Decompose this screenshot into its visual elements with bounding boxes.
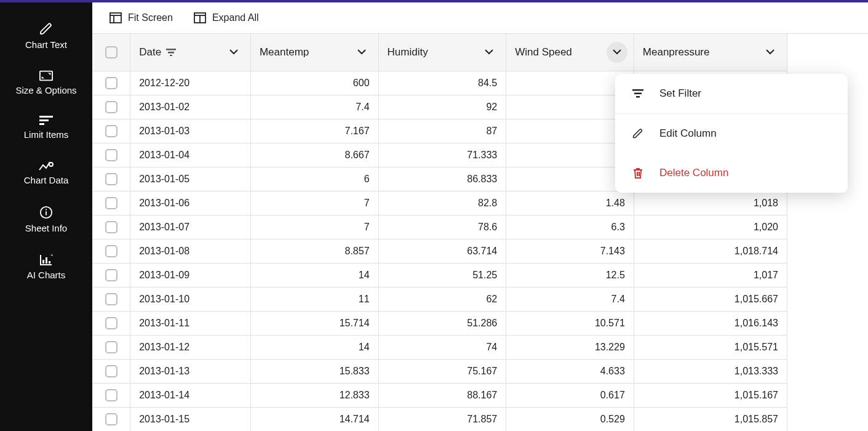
cell-humidity[interactable]: 87 (378, 119, 506, 143)
row-checkbox[interactable] (105, 245, 117, 257)
row-checkbox[interactable] (105, 365, 117, 377)
cell-meantemp[interactable]: 7.167 (250, 119, 378, 143)
delete-column-item[interactable]: Delete Column (615, 153, 848, 193)
cell-meantemp[interactable]: 15.714 (250, 311, 378, 335)
row-checkbox[interactable] (105, 125, 117, 137)
cell-date[interactable]: 2013-01-03 (130, 119, 251, 143)
row-checkbox[interactable] (105, 413, 117, 425)
cell-wind[interactable]: 7.143 (506, 239, 634, 263)
cell-wind[interactable]: 0.617 (506, 383, 634, 407)
cell-meantemp[interactable]: 14.714 (250, 407, 378, 431)
edit-column-item[interactable]: Edit Column (615, 114, 848, 153)
cell-wind[interactable]: 6.3 (506, 215, 634, 239)
cell-pressure[interactable]: 1,016.143 (634, 311, 787, 335)
cell-humidity[interactable]: 78.6 (378, 215, 506, 239)
cell-pressure[interactable]: 1,015.857 (634, 407, 787, 431)
cell-meantemp[interactable]: 6 (250, 167, 378, 191)
cell-date[interactable]: 2013-01-11 (130, 311, 251, 335)
cell-pressure[interactable]: 1,015.167 (634, 383, 787, 407)
row-checkbox[interactable] (105, 173, 117, 185)
cell-wind[interactable]: 0.529 (506, 407, 634, 431)
column-menu-button[interactable] (607, 42, 627, 63)
row-checkbox[interactable] (105, 317, 117, 329)
cell-date[interactable]: 2013-01-13 (130, 359, 251, 383)
column-menu-button[interactable] (351, 42, 372, 63)
cell-meantemp[interactable]: 14 (250, 335, 378, 359)
cell-meantemp[interactable]: 7 (250, 191, 378, 215)
column-header-wind-speed[interactable]: Wind Speed (506, 34, 634, 71)
cell-date[interactable]: 2013-01-06 (130, 191, 251, 215)
cell-pressure[interactable]: 1,013.333 (634, 359, 787, 383)
cell-wind[interactable]: 7.4 (506, 287, 634, 311)
cell-date[interactable]: 2013-01-07 (130, 215, 251, 239)
cell-meantemp[interactable]: 7.4 (250, 95, 378, 119)
select-all-checkbox[interactable] (105, 46, 117, 58)
row-checkbox[interactable] (105, 341, 117, 353)
row-checkbox[interactable] (105, 149, 117, 161)
cell-humidity[interactable]: 71.333 (378, 143, 506, 167)
cell-pressure[interactable]: 1,015.571 (634, 335, 787, 359)
cell-meantemp[interactable]: 15.833 (250, 359, 378, 383)
set-filter-item[interactable]: Set Filter (615, 74, 848, 114)
cell-pressure[interactable]: 1,017 (634, 263, 787, 287)
cell-humidity[interactable]: 74 (378, 335, 506, 359)
cell-wind[interactable]: 10.571 (506, 311, 634, 335)
cell-meantemp[interactable]: 600 (250, 71, 378, 95)
cell-meantemp[interactable]: 11 (250, 287, 378, 311)
column-header-meanpressure[interactable]: Meanpressure (634, 34, 787, 71)
cell-humidity[interactable]: 84.5 (378, 71, 506, 95)
cell-pressure[interactable]: 1,018 (634, 191, 787, 215)
cell-date[interactable]: 2013-01-02 (130, 95, 251, 119)
cell-date[interactable]: 2013-01-10 (130, 287, 251, 311)
sidebar-item-size-options[interactable]: Size & Options (0, 62, 92, 107)
fit-screen-button[interactable]: Fit Screen (109, 12, 173, 23)
cell-meantemp[interactable]: 12.833 (250, 383, 378, 407)
sidebar-item-sheet-info[interactable]: Sheet Info (0, 197, 92, 245)
sidebar-item-ai-charts[interactable]: + AI Charts (0, 245, 92, 292)
cell-meantemp[interactable]: 7 (250, 215, 378, 239)
cell-wind[interactable]: 4.633 (506, 359, 634, 383)
cell-humidity[interactable]: 82.8 (378, 191, 506, 215)
cell-humidity[interactable]: 51.25 (378, 263, 506, 287)
cell-date[interactable]: 2012-12-20 (130, 71, 251, 95)
cell-humidity[interactable]: 63.714 (378, 239, 506, 263)
row-checkbox[interactable] (105, 221, 117, 233)
column-menu-button[interactable] (223, 42, 244, 63)
cell-pressure[interactable]: 1,020 (634, 215, 787, 239)
cell-humidity[interactable]: 86.833 (378, 167, 506, 191)
sidebar-item-limit-items[interactable]: Limit Items (0, 107, 92, 151)
column-header-humidity[interactable]: Humidity (378, 34, 506, 71)
cell-date[interactable]: 2013-01-12 (130, 335, 251, 359)
cell-date[interactable]: 2013-01-14 (130, 383, 251, 407)
cell-meantemp[interactable]: 8.667 (250, 143, 378, 167)
row-checkbox[interactable] (105, 197, 117, 209)
cell-pressure[interactable]: 1,015.667 (634, 287, 787, 311)
cell-humidity[interactable]: 71.857 (378, 407, 506, 431)
cell-meantemp[interactable]: 14 (250, 263, 378, 287)
cell-humidity[interactable]: 51.286 (378, 311, 506, 335)
cell-humidity[interactable]: 75.167 (378, 359, 506, 383)
cell-humidity[interactable]: 92 (378, 95, 506, 119)
row-checkbox[interactable] (105, 101, 117, 113)
cell-wind[interactable]: 13.229 (506, 335, 634, 359)
row-checkbox[interactable] (105, 293, 117, 305)
column-header-meantemp[interactable]: Meantemp (250, 34, 378, 71)
row-checkbox[interactable] (105, 77, 117, 89)
expand-all-button[interactable]: Expand All (194, 12, 259, 23)
cell-date[interactable]: 2013-01-04 (130, 143, 251, 167)
cell-meantemp[interactable]: 8.857 (250, 239, 378, 263)
cell-date[interactable]: 2013-01-05 (130, 167, 251, 191)
cell-humidity[interactable]: 62 (378, 287, 506, 311)
column-menu-button[interactable] (479, 42, 500, 63)
column-header-date[interactable]: Date (130, 34, 251, 71)
column-menu-button[interactable] (760, 42, 781, 63)
cell-date[interactable]: 2013-01-08 (130, 239, 251, 263)
sidebar-item-chart-text[interactable]: Chart Text (0, 14, 92, 62)
sidebar-item-chart-data[interactable]: Chart Data (0, 151, 92, 197)
cell-humidity[interactable]: 88.167 (378, 383, 506, 407)
row-checkbox[interactable] (105, 389, 117, 401)
cell-wind[interactable]: 1.48 (506, 191, 634, 215)
row-checkbox[interactable] (105, 269, 117, 281)
cell-date[interactable]: 2013-01-09 (130, 263, 251, 287)
cell-pressure[interactable]: 1,018.714 (634, 239, 787, 263)
